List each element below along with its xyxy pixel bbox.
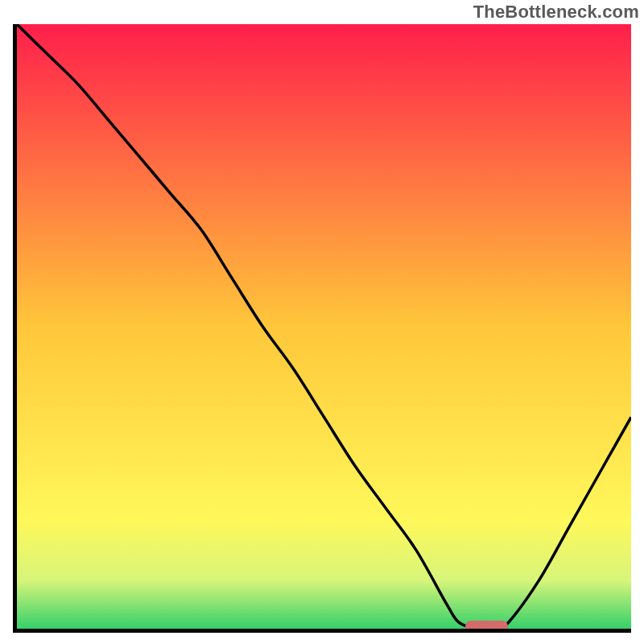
- plot-frame: [13, 24, 631, 633]
- plot-svg: [17, 24, 631, 629]
- highlight-marker: [465, 621, 508, 629]
- watermark-label: TheBottleneck.com: [473, 2, 639, 23]
- plot-area: [17, 24, 631, 629]
- gradient-background: [17, 24, 631, 629]
- chart-canvas: TheBottleneck.com: [0, 0, 644, 644]
